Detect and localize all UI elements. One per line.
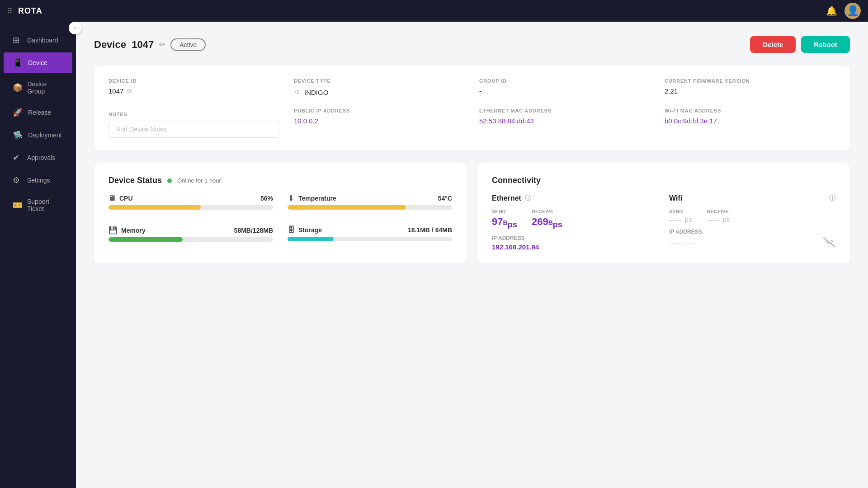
sidebar-label-approvals: Approvals [27,154,55,161]
device-id-number: 1047 [108,87,123,95]
topbar: ⠿ ROTA 🔔 👤 [0,0,868,22]
sidebar-item-release[interactable]: 🚀 Release [4,102,72,123]
temperature-value: 54°C [438,195,452,202]
user-avatar[interactable]: 👤 [844,3,861,19]
online-status-text: Online for 1 hour [177,177,221,184]
notification-bell-icon[interactable]: 🔔 [826,5,837,16]
connectivity-label: Connectivity [492,176,541,185]
memory-progress-fill [108,237,183,242]
connectivity-card: Connectivity Ethernet ⓘ Send 97Bps [477,163,850,263]
ethernet-info-icon[interactable]: ⓘ [525,194,531,202]
wifi-ip-label: IP Address [669,229,835,235]
notes-input[interactable]: Add Device Notes [108,121,279,138]
cpu-metric: 🖥 CPU 56% [108,194,273,210]
wifi-label: Wifi [669,194,682,202]
cpu-header: 🖥 CPU 56% [108,194,273,202]
notes-field: NOTES Add Device Notes [108,112,279,138]
device-group-icon: 📦 [13,83,22,93]
ethernet-mac-field: ETHERNET MAC ADDRESS 52:53:88:84:dd:43 [479,108,650,138]
sidebar-label-dashboard: Dashboard [27,37,58,44]
cpu-value: 56% [260,195,273,202]
device-type-label: DEVICE TYPE [294,78,465,84]
chevron-left-icon: ‹ [74,25,76,31]
wifi-send-value: —— ps [669,216,693,223]
wifi-receive-label: Receive [707,209,731,214]
sidebar-label-device: Device [28,59,47,66]
wifi-mac-label: WI-FI MAC ADDRESS [665,108,835,113]
sidebar-collapse-button[interactable]: ‹ [69,22,81,34]
wifi-receive: Receive —— ps [707,209,731,223]
group-id-value: - [479,87,650,95]
header-buttons: Delete Reboot [750,36,850,53]
device-status-title: Device Status Online for 1 hour [108,176,452,185]
sidebar-item-device-group[interactable]: 📦 Device Group [4,75,72,100]
ethernet-mac-label: ETHERNET MAC ADDRESS [479,108,650,113]
device-type-icon: ⁘ [294,87,301,97]
firmware-label: CURRENT FIRMWARE VERSION [665,78,835,84]
public-ip-field: PUBLIC IP ADDRESS 10.0.0.2 [294,108,465,138]
device-id-value: 1047 ⧉ [108,87,279,95]
topbar-left: ⠿ ROTA [7,6,42,16]
dashboard-icon: ⊞ [13,35,22,45]
sidebar-label-settings: Settings [27,177,50,184]
wifi-mac-value: b0:0c:9d:fd:3e:17 [665,117,835,125]
storage-label: 🗄 Storage [288,226,322,234]
ethernet-receive-label: Receive [532,209,562,214]
cpu-icon: 🖥 [108,194,116,202]
ethernet-send-recv: Send 97Bps Receive 269Bps [492,209,658,230]
storage-value: 18.1MB / 64MB [408,226,452,234]
sidebar-label-support: Support Ticket [27,198,63,212]
sidebar-item-device[interactable]: 📱 Device [4,52,72,73]
ethernet-label: Ethernet ⓘ [492,194,658,202]
settings-icon: ⚙ [13,175,22,185]
delete-button[interactable]: Delete [750,36,796,53]
temperature-progress-bar [288,205,452,210]
public-ip-label: PUBLIC IP ADDRESS [294,108,465,113]
wifi-header: Wifi ⓘ [669,194,835,202]
ethernet-receive: Receive 269Bps [532,209,562,230]
deployment-icon: 🛸 [13,130,23,140]
firmware-value: 2.21 [665,87,835,95]
wifi-ip-row: --------- [669,237,835,250]
sidebar-item-deployment[interactable]: 🛸 Deployment [4,125,72,145]
copy-device-id-icon[interactable]: ⧉ [127,87,132,95]
device-type-value: ⁘ INDIGO [294,87,465,97]
wifi-off-icon [823,237,835,250]
storage-header: 🗄 Storage 18.1MB / 64MB [288,226,452,234]
sidebar-item-dashboard[interactable]: ⊞ Dashboard [4,30,72,51]
ethernet-mac-value: 52:53:88:84:dd:43 [479,117,650,125]
online-dot-icon [167,178,172,183]
temperature-icon: 🌡 [288,194,295,202]
connectivity-grid: Ethernet ⓘ Send 97Bps Receive [492,194,835,251]
sidebar-item-support[interactable]: 🎫 Support Ticket [4,192,72,218]
wifi-mac-field: WI-FI MAC ADDRESS b0:0c:9d:fd:3e:17 [665,108,835,138]
cpu-progress-bar [108,205,273,210]
sidebar-label-device-group: Device Group [27,80,63,95]
device-info-card: DEVICE ID 1047 ⧉ DEVICE TYPE ⁘ INDIGO GR… [94,66,850,150]
ethernet-send-label: Send [492,209,517,214]
memory-value: 58MB/128MB [234,227,273,234]
device-header: Device_1047 ✏ Active Delete Reboot [94,36,850,53]
wifi-receive-value: —— ps [707,216,731,223]
device-id-label: DEVICE ID [108,78,279,84]
device-name: Device_1047 [94,39,154,51]
status-badge: Active [170,38,206,51]
reboot-button[interactable]: Reboot [801,36,850,53]
device-type-text: INDIGO [304,89,328,96]
wifi-info-icon[interactable]: ⓘ [829,194,835,202]
sidebar-item-approvals[interactable]: ✔ Approvals [4,147,72,168]
edit-device-icon[interactable]: ✏ [159,40,165,49]
wifi-send: Send —— ps [669,209,693,223]
status-section: Device Status Online for 1 hour 🖥 CPU 56… [94,163,850,263]
topbar-right: 🔔 👤 [826,3,861,19]
notes-placeholder: Add Device Notes [116,126,167,133]
ethernet-receive-speed: 269Bps [532,216,562,230]
info-grid-row2: NOTES Add Device Notes PUBLIC IP ADDRESS… [108,108,835,138]
info-grid-row1: DEVICE ID 1047 ⧉ DEVICE TYPE ⁘ INDIGO GR… [108,78,835,97]
notes-label: NOTES [108,112,279,117]
memory-metric: 💾 Memory 58MB/128MB [108,226,273,242]
sidebar: ⊞ Dashboard 📱 Device 📦 Device Group 🚀 Re… [0,22,76,488]
device-id-field: DEVICE ID 1047 ⧉ [108,78,279,97]
sidebar-item-settings[interactable]: ⚙ Settings [4,170,72,191]
device-status-card: Device Status Online for 1 hour 🖥 CPU 56… [94,163,467,263]
